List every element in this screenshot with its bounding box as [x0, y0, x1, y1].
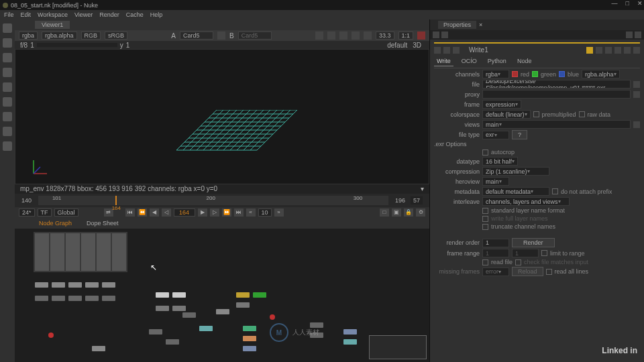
aspect-field[interactable]: 1:1 — [398, 32, 414, 40]
missing-select[interactable]: error — [482, 267, 509, 276]
noprefix-check[interactable] — [552, 188, 558, 194]
subtab-ocio[interactable]: OCÍO — [459, 56, 480, 66]
close-button[interactable]: ✕ — [637, 0, 643, 7]
menu-workspace[interactable]: Workspace — [38, 11, 68, 18]
writefull-check[interactable] — [482, 216, 488, 222]
tab-dope-sheet[interactable]: Dope Sheet — [83, 219, 123, 227]
center-icon[interactable] — [443, 47, 450, 54]
next-key-button[interactable]: ⏩ — [222, 208, 231, 217]
input-a-select[interactable]: Card5 — [180, 32, 213, 40]
proxy-field[interactable] — [482, 90, 631, 99]
refresh-icon[interactable] — [352, 32, 360, 40]
tool-select-icon[interactable] — [3, 23, 12, 33]
default-select[interactable]: default — [387, 42, 407, 49]
help-button[interactable]: ? — [512, 130, 527, 139]
heroview-select[interactable]: main — [482, 177, 509, 186]
tool-dropper-icon[interactable] — [3, 68, 12, 77]
increment-field[interactable]: 10 — [258, 208, 272, 217]
tool-marquee-icon[interactable] — [3, 38, 12, 48]
readall-check[interactable] — [546, 269, 552, 275]
fstop[interactable]: f/8 — [20, 42, 28, 49]
collapse-icon[interactable] — [434, 47, 441, 54]
tool-3d-icon[interactable] — [3, 112, 12, 121]
lock-icon[interactable] — [433, 32, 439, 38]
node-graph[interactable]: M人人素材 — [15, 229, 429, 363]
prev-key-button[interactable]: ⏪ — [138, 208, 147, 217]
fps-select[interactable]: 24* — [19, 208, 35, 217]
interleave-select[interactable]: channels, layers and views — [482, 197, 570, 206]
playhead[interactable] — [115, 196, 117, 205]
blue-check[interactable] — [559, 71, 565, 77]
pause-icon[interactable] — [364, 32, 372, 40]
menu-file[interactable]: File — [4, 11, 14, 18]
menu-render[interactable]: Render — [99, 11, 119, 18]
clear-icon[interactable] — [626, 32, 633, 38]
red-check[interactable] — [512, 71, 518, 77]
last-frame-button[interactable]: ⏭ — [234, 208, 244, 217]
menu-cache[interactable]: Cache — [126, 11, 144, 18]
datatype-select[interactable]: 16 bit half — [482, 157, 518, 166]
layer-select[interactable]: rgba — [19, 32, 38, 40]
menu-edit[interactable]: Edit — [21, 11, 32, 18]
channels-select[interactable]: rgba — [482, 70, 509, 78]
subtab-python[interactable]: Python — [485, 56, 509, 66]
views-select[interactable]: main — [482, 120, 631, 129]
render-order-field[interactable]: 1 — [482, 239, 509, 247]
wipe-icon[interactable] — [217, 32, 225, 40]
minimap[interactable] — [369, 335, 427, 359]
zoom-field[interactable]: 33.3 — [376, 32, 394, 40]
tool-misc-icon[interactable] — [3, 141, 12, 151]
timeline[interactable]: 140 101 164 200 300 196 57 — [15, 194, 429, 207]
frame-start[interactable]: 140 — [21, 197, 32, 204]
current-frame[interactable]: 164 — [174, 208, 195, 217]
tool-move-icon[interactable] — [3, 97, 12, 107]
color-swatch[interactable] — [586, 47, 593, 54]
axis-gizmo[interactable] — [30, 157, 50, 177]
help-icon[interactable] — [596, 47, 602, 54]
icon3[interactable] — [453, 47, 460, 54]
alpha-select[interactable]: rgba.alpha — [42, 32, 77, 40]
proxy-browse-icon[interactable] — [633, 91, 640, 98]
compression-select[interactable]: Zip (1 scanline) — [482, 167, 549, 176]
close-all-icon[interactable] — [635, 32, 641, 38]
spanner-icon[interactable]: ⚙ — [416, 208, 425, 217]
proxy-icon[interactable] — [339, 32, 347, 40]
capture-icon[interactable] — [417, 32, 425, 40]
close-tab-icon[interactable]: × — [479, 21, 482, 28]
limit-check[interactable] — [541, 250, 547, 256]
render-button[interactable]: Render — [512, 238, 555, 247]
tool-circle-icon[interactable] — [3, 53, 12, 62]
undo-icon[interactable] — [614, 47, 621, 54]
green-check[interactable] — [532, 71, 538, 77]
lock-icon[interactable]: 🔒 — [404, 208, 413, 217]
tool-shape-icon[interactable] — [3, 82, 12, 92]
metadata-select[interactable]: default metadata — [482, 187, 549, 196]
alpha-select[interactable]: rgba.alpha — [582, 70, 620, 78]
colorspace-select[interactable]: sRGB — [105, 32, 127, 40]
tf-select[interactable]: TF — [38, 208, 52, 217]
inc-fwd-button[interactable]: » — [274, 208, 284, 217]
menu-help[interactable]: Help — [150, 11, 163, 18]
gamma[interactable]: 1 — [126, 42, 130, 49]
viewer-3d[interactable] — [15, 49, 429, 184]
clip-icon[interactable] — [315, 32, 323, 40]
tab-properties[interactable]: Properties — [438, 21, 476, 29]
tab-node-graph[interactable]: Node Graph — [35, 219, 76, 227]
file-field[interactable]: Desktop/Excersise Files/rndr/comp/pcomp/… — [482, 80, 631, 88]
checkfile-check[interactable] — [515, 259, 521, 265]
readfile-check[interactable] — [482, 259, 488, 265]
first-frame-button[interactable]: ⏮ — [125, 208, 135, 217]
view-mode[interactable]: 3D — [413, 42, 421, 49]
views-btn[interactable] — [633, 121, 640, 128]
subtab-node[interactable]: Node — [515, 56, 535, 66]
maximize-button[interactable]: □ — [626, 0, 629, 7]
truncate-check[interactable] — [482, 224, 488, 230]
gain-slider[interactable] — [37, 43, 117, 47]
colorspace-select[interactable]: default (linear) — [482, 110, 531, 119]
subtab-write[interactable]: Write — [434, 56, 453, 66]
pin-icon[interactable] — [441, 32, 448, 38]
reload-button[interactable]: Reload — [512, 267, 543, 276]
play-back-button[interactable]: ◁ — [162, 208, 171, 217]
flipbook-icon[interactable]: ▣ — [392, 208, 401, 217]
next-frame-button[interactable]: ▷ — [210, 208, 219, 217]
